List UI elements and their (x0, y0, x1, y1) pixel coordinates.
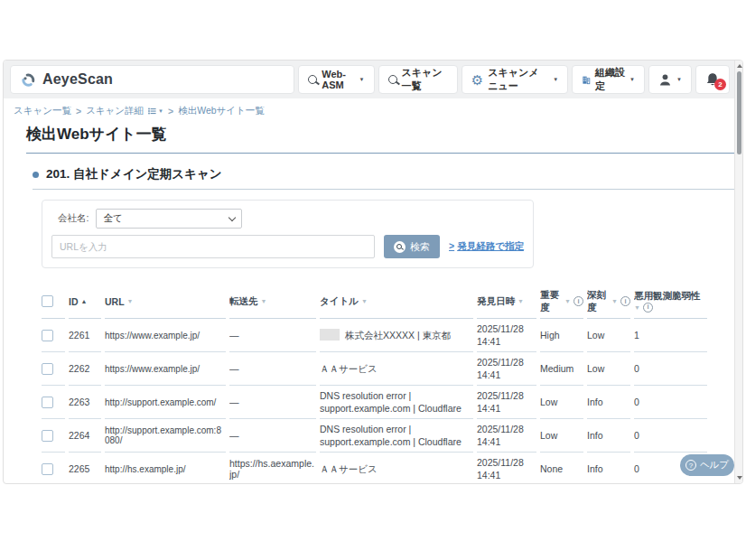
cell-found-at: 2025/11/2814:41 (477, 386, 536, 419)
column-header-forward[interactable]: 転送先 ▼ (229, 285, 316, 319)
table-row: 2265 http://hs.example.jp/ https://hs.ae… (42, 453, 707, 484)
scrollbar-thumb[interactable] (737, 71, 741, 154)
cell-id: 2261 (69, 319, 101, 352)
notification-badge: 2 (714, 79, 726, 90)
sort-asc-icon[interactable]: ▲ (81, 298, 88, 304)
breadcrumb: スキャン一覧 > スキャン詳細 ▼ > 検出Webサイト一覧 (4, 98, 742, 122)
cell-importance: Medium (540, 352, 583, 386)
column-header-importance[interactable]: 重要度 ▼ i (540, 285, 583, 319)
nav-web-asm-label: Web-ASM (322, 69, 354, 90)
sort-desc-icon[interactable]: ▼ (518, 298, 524, 304)
table-row: 2261 https://www.example.jp/ — 株式会社XXXXX… (42, 319, 707, 352)
app-window: AeyeScan Web-ASM ▼ スキャン一覧 ⚙ スキャンメニュー ▼ (3, 60, 743, 484)
cell-forward: https://hs.aexample.jp/ (229, 453, 316, 484)
user-icon (658, 73, 672, 87)
column-header-found-at[interactable]: 発見日時 ▼ (477, 285, 536, 319)
building-icon (582, 74, 591, 86)
cell-importance: Low (540, 386, 583, 419)
table-row: 2263 http://support.example.com/ — DNS r… (42, 386, 707, 419)
cell-severity: Low (587, 319, 630, 352)
cell-forward: — (229, 419, 316, 453)
table-row: 2262 https://www.example.jp/ — ＡＡサービス 20… (42, 352, 707, 386)
redacted-favicon (320, 329, 340, 341)
row-checkbox[interactable] (42, 397, 53, 408)
search-button[interactable]: 検索 (384, 235, 440, 258)
column-header-title[interactable]: タイトル ▼ (320, 285, 473, 319)
select-all-checkbox[interactable] (42, 295, 53, 307)
cell-id: 2263 (69, 386, 101, 419)
cell-title: 株式会社XXXXX | 東京都 (320, 319, 473, 352)
breadcrumb-scan-detail-dropdown[interactable]: ▼ (148, 107, 163, 115)
sort-desc-icon[interactable]: ▼ (634, 304, 640, 311)
nav-scan-list-label: スキャン一覧 (402, 66, 448, 93)
sort-desc-icon[interactable]: ▼ (127, 298, 134, 304)
help-button[interactable]: ? ヘルプ (680, 454, 734, 476)
breadcrumb-detected-sites[interactable]: 検出Webサイト一覧 (178, 105, 265, 117)
scrollbar-down-arrow[interactable] (737, 476, 742, 480)
caret-down-icon: ▼ (553, 77, 558, 82)
breadcrumb-separator: > (168, 106, 173, 117)
row-checkbox[interactable] (42, 463, 53, 475)
cell-id: 2265 (69, 453, 101, 484)
nav-org-settings-label: 組織設定 (595, 66, 625, 93)
sort-desc-icon[interactable]: ▼ (564, 298, 571, 304)
filter-url-row: 検索 > 発見経路で指定 (51, 235, 524, 258)
vertical-scrollbar[interactable] (734, 61, 742, 483)
company-label: 会社名: (58, 212, 89, 225)
breadcrumb-separator: > (76, 106, 81, 117)
cell-exploited: 0 (634, 352, 707, 386)
logo-text: AeyeScan (42, 71, 113, 88)
detected-sites-table: ID ▲ URL ▼ 転送先 ▼ タイトル ▼ 発見日時 ▼ (42, 285, 707, 484)
info-icon[interactable]: i (643, 303, 653, 313)
cell-severity: Info (587, 453, 630, 484)
chevron-right-icon: > (449, 240, 454, 253)
company-select[interactable]: 全て (96, 209, 242, 229)
nav-org-settings[interactable]: 組織設定 ▼ (572, 65, 645, 94)
nav-user-menu[interactable]: ▼ (648, 65, 692, 94)
list-icon (148, 107, 156, 115)
url-search-input[interactable] (51, 235, 375, 258)
route-specify-link[interactable]: > 発見経路で指定 (449, 240, 524, 253)
nav-notifications[interactable]: 2 (695, 65, 730, 94)
column-header-exploited[interactable]: 悪用観測脆弱性 ▼ i (634, 285, 707, 319)
cell-id: 2264 (69, 419, 101, 453)
column-header-url[interactable]: URL ▼ (105, 285, 226, 319)
nav-web-asm[interactable]: Web-ASM ▼ (298, 65, 374, 94)
caret-down-icon: ▼ (359, 77, 365, 82)
row-checkbox[interactable] (42, 363, 53, 375)
info-icon[interactable]: i (620, 296, 630, 306)
cell-exploited: 0 (634, 386, 707, 419)
search-icon (308, 75, 317, 84)
breadcrumb-scan-list[interactable]: スキャン一覧 (14, 105, 71, 117)
sort-desc-icon[interactable]: ▼ (261, 298, 267, 304)
gear-icon: ⚙ (471, 73, 483, 87)
page: AeyeScan Web-ASM ▼ スキャン一覧 ⚙ スキャンメニュー ▼ (0, 0, 746, 560)
row-checkbox[interactable] (42, 430, 53, 442)
cell-found-at: 2025/11/2814:41 (477, 352, 536, 386)
scrollbar-up-arrow[interactable] (737, 64, 742, 68)
nav-scan-list[interactable]: スキャン一覧 (378, 65, 458, 94)
cell-forward: — (229, 352, 316, 386)
row-checkbox[interactable] (42, 330, 53, 341)
breadcrumb-scan-detail[interactable]: スキャン詳細 (86, 105, 144, 117)
cell-url: https://www.example.jp/ (105, 319, 226, 352)
cell-forward: — (229, 319, 316, 352)
page-title: 検出Webサイト一覧 (26, 126, 167, 143)
help-label: ヘルプ (700, 459, 729, 471)
search-icon (388, 75, 397, 84)
cell-exploited: 1 (634, 319, 707, 352)
column-header-id[interactable]: ID ▲ (69, 285, 101, 319)
nav-scan-menu[interactable]: ⚙ スキャンメニュー ▼ (462, 65, 568, 94)
column-header-severity[interactable]: 深刻度 ▼ i (587, 285, 630, 319)
cell-importance: Low (540, 419, 583, 453)
title-block: 検出Webサイト一覧 (26, 124, 735, 154)
cell-url: http://hs.example.jp/ (105, 453, 226, 484)
question-icon: ? (685, 460, 696, 471)
sort-desc-icon[interactable]: ▼ (611, 298, 618, 304)
logo[interactable]: AeyeScan (10, 65, 294, 94)
cell-title: ＡＡサービス (320, 453, 473, 484)
sort-desc-icon[interactable]: ▼ (361, 298, 368, 304)
info-icon[interactable]: i (573, 296, 583, 306)
filter-company-row: 会社名: 全て (51, 209, 524, 229)
caret-down-icon: ▼ (158, 108, 163, 114)
